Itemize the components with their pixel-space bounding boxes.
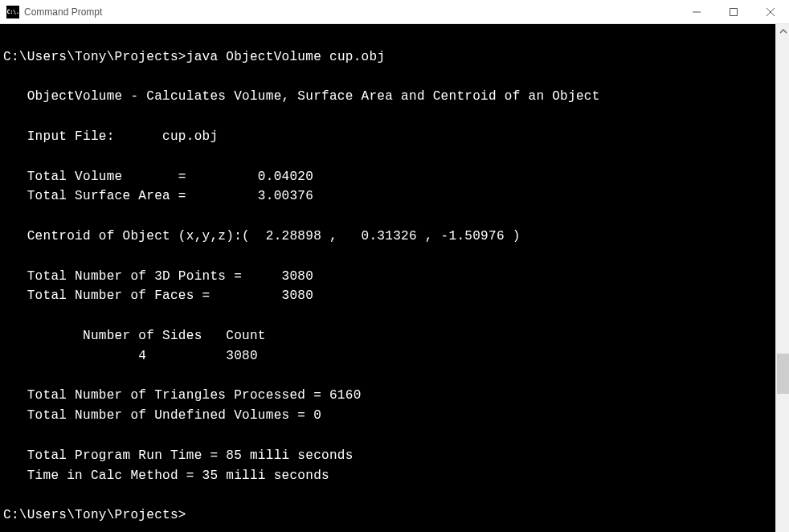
prompt-line-2: C:\Users\Tony\Projects> (3, 508, 194, 522)
output-volume: Total Volume = 0.04020 (3, 170, 313, 184)
svg-rect-1 (730, 8, 738, 15)
close-icon (767, 8, 775, 16)
output-surface-area: Total Surface Area = 3.00376 (3, 189, 313, 203)
output-triangles: Total Number of Triangles Processed = 61… (3, 388, 362, 403)
cmd-icon-text: C:\. (7, 9, 19, 15)
window-titlebar[interactable]: C:\. Command Prompt (0, 0, 789, 24)
prompt-path: C:\Users\Tony\Projects> (3, 508, 186, 522)
prompt-line-1: C:\Users\Tony\Projects>java ObjectVolume… (3, 50, 385, 64)
close-button[interactable] (752, 0, 789, 23)
window-controls (678, 0, 789, 23)
output-calctime: Time in Calc Method = 35 milli seconds (3, 469, 329, 483)
vertical-scrollbar[interactable] (775, 24, 789, 532)
maximize-icon (730, 8, 738, 16)
prompt-command: java ObjectVolume cup.obj (186, 50, 386, 64)
output-input-file: Input File: cup.obj (3, 129, 218, 144)
output-runtime: Total Program Run Time = 85 milli second… (3, 448, 354, 463)
cursor (186, 508, 194, 522)
minimize-icon (693, 8, 701, 16)
output-points: Total Number of 3D Points = 3080 (3, 269, 313, 284)
maximize-button[interactable] (715, 0, 752, 23)
scrollbar-thumb[interactable] (777, 354, 789, 394)
output-faces: Total Number of Faces = 3080 (3, 289, 313, 303)
terminal-output[interactable]: C:\Users\Tony\Projects>java ObjectVolume… (0, 24, 775, 532)
output-centroid: Centroid of Object (x,y,z):( 2.28898 , 0… (3, 229, 521, 243)
cmd-icon: C:\. (6, 6, 19, 18)
output-undefined: Total Number of Undefined Volumes = 0 (3, 408, 321, 423)
minimize-button[interactable] (678, 0, 715, 23)
output-header: ObjectVolume - Calculates Volume, Surfac… (3, 89, 600, 104)
chevron-up-icon (779, 27, 787, 35)
prompt-path: C:\Users\Tony\Projects> (3, 50, 186, 64)
output-sides-row: 4 3080 (3, 349, 258, 363)
output-sides-header: Number of Sides Count (3, 329, 266, 343)
scrollbar-up-button[interactable] (776, 24, 789, 38)
terminal-container: C:\Users\Tony\Projects>java ObjectVolume… (0, 24, 789, 532)
window-title: Command Prompt (24, 6, 678, 18)
